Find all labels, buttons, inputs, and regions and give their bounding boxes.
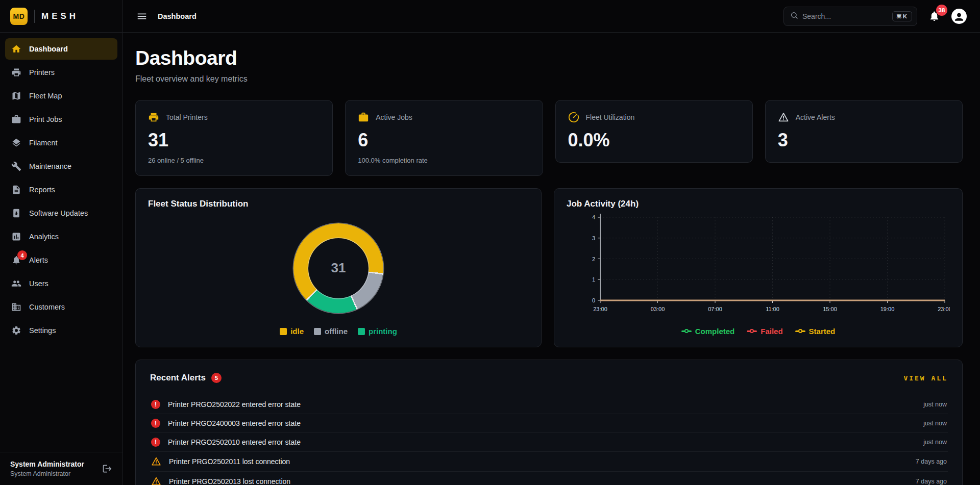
donut-hole: 31 [308,238,369,298]
gear-icon [11,325,21,336]
building-icon [11,302,21,312]
legend-item-idle: idle [280,327,304,336]
alert-timestamp: just now [923,420,947,427]
notifications-button[interactable]: 38 [928,10,940,22]
alert-row[interactable]: Printer PRGO2502013 lost connection7 day… [150,471,948,485]
sidebar-item-maintenance[interactable]: Maintenance [5,156,117,177]
stat-label: Active Alerts [796,113,835,121]
fleet-status-legend: idleofflineprinting [148,327,529,337]
briefcase-icon [11,114,21,124]
sidebar-item-filament[interactable]: Filament [5,132,117,154]
avatar[interactable] [951,9,967,24]
legend-swatch [280,328,287,335]
stat-value: 31 [148,130,320,151]
user-info: System Administrator System Administrato… [10,460,84,477]
sidebar-item-reports[interactable]: Reports [5,179,117,200]
alert-row[interactable]: !Printer PRGO2400003 entered error state… [150,414,948,432]
sidebar-item-software-updates[interactable]: Software Updates [5,202,117,224]
document-icon [11,185,21,195]
bell-icon: 4 [11,255,21,265]
search-input[interactable] [802,12,888,20]
sidebar-item-label: Fleet Map [29,92,62,100]
sidebar-item-label: Alerts [29,256,48,264]
svg-text:1: 1 [592,276,595,283]
brand-name: MESH [41,11,79,21]
view-all-link[interactable]: VIEW ALL [903,374,948,382]
stat-card-header: Total Printers [148,112,320,123]
menu-button[interactable] [136,11,148,22]
svg-text:15:00: 15:00 [823,306,837,312]
topbar: Dashboard ⌘K 38 [123,0,980,33]
person-icon [952,9,966,23]
alert-text: Printer PRGO2502010 entered error state [168,438,301,446]
stat-subtext: 26 online / 5 offline [148,157,320,164]
legend-item-printing: printing [358,327,397,336]
sidebar-item-dashboard[interactable]: Dashboard [5,38,117,60]
sidebar-item-printers[interactable]: Printers [5,62,117,83]
donut-wrap: 31 [148,209,529,327]
fleet-status-card: Fleet Status Distribution 31 idleoffline… [135,188,542,347]
topbar-actions: ⌘K 38 [783,7,967,26]
user-name: System Administrator [10,460,84,468]
printer-icon [148,112,159,123]
search-icon [790,11,798,21]
sidebar-item-print-jobs[interactable]: Print Jobs [5,109,117,130]
breadcrumb: Dashboard [158,12,197,20]
stat-value: 0.0% [568,130,740,151]
main-area: Dashboard ⌘K 38 Dashboard Fleet overview… [123,0,980,485]
alert-timestamp: 7 days ago [916,478,947,485]
sidebar-item-label: Analytics [29,233,59,241]
stat-label: Fleet Utilization [586,113,635,121]
stat-card-header: Fleet Utilization [568,112,740,123]
legend-label: Failed [761,327,782,336]
sidebar-item-label: Users [29,279,48,288]
brand-logo: MD [10,8,28,25]
wrench-icon [11,161,21,171]
job-activity-title: Job Activity (24h) [567,199,950,209]
sidebar-item-label: Software Updates [29,209,88,217]
alert-text: Printer PRGO2400003 entered error state [168,419,301,427]
stat-card-active-jobs: Active Jobs6100.0% completion rate [345,100,543,176]
gauge-icon [568,112,579,123]
app-root: MD MESH DashboardPrintersFleet MapPrint … [0,0,980,485]
legend-label: idle [290,327,304,336]
sidebar-item-customers[interactable]: Customers [5,296,117,318]
alert-timestamp: just now [923,439,947,446]
legend-label: offline [325,327,348,336]
stat-label: Total Printers [166,113,208,121]
recent-alerts-title: Recent Alerts [150,373,206,383]
logout-button[interactable] [102,464,112,474]
sidebar-item-label: Dashboard [29,45,68,53]
error-circle-icon: ! [151,400,160,409]
warning-icon [778,112,789,123]
recent-alerts-badge: 5 [211,373,222,383]
sidebar-item-users[interactable]: Users [5,273,117,294]
search-shortcut-kbd: ⌘K [892,11,912,21]
sidebar-item-label: Customers [29,303,65,311]
sidebar-item-alerts[interactable]: 4Alerts [5,249,117,271]
recent-alerts-header: Recent Alerts 5 VIEW ALL [150,373,948,383]
home-icon [11,44,21,54]
sidebar-item-settings[interactable]: Settings [5,320,117,341]
stat-subtext: 100.0% completion rate [358,157,530,164]
search-box[interactable]: ⌘K [783,7,917,26]
alert-row[interactable]: !Printer PRGO2502022 entered error state… [150,395,948,414]
user-role: System Administrator [10,470,84,477]
sidebar-item-fleet-map[interactable]: Fleet Map [5,85,117,107]
page-title: Dashboard [135,47,963,69]
job-activity-line-chart: 0123423:0003:0007:0011:0015:0019:0023:00 [567,211,950,327]
error-circle-icon: ! [151,419,160,428]
stat-card-total-printers: Total Printers3126 online / 5 offline [135,100,333,176]
legend-item-started: Started [795,327,836,336]
stat-value: 3 [778,130,950,151]
stat-card-fleet-utilization: Fleet Utilization0.0% [555,100,753,163]
error-circle-icon: ! [151,438,160,447]
sidebar-item-label: Printers [29,68,55,76]
alert-row[interactable]: Printer PRGO2502011 lost connection7 day… [150,451,948,471]
series-marker [795,329,805,334]
svg-text:07:00: 07:00 [708,306,722,312]
legend-item-offline: offline [314,327,348,336]
alert-row[interactable]: !Printer PRGO2502010 entered error state… [150,432,948,451]
sidebar-item-analytics[interactable]: Analytics [5,226,117,247]
fleet-status-donut-chart: 31 [293,223,383,313]
